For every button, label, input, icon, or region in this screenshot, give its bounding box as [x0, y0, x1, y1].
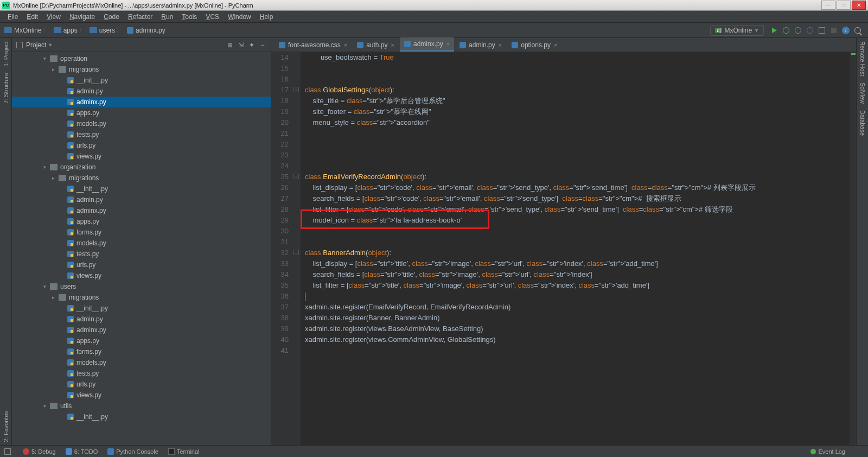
debug-button[interactable]	[782, 26, 790, 35]
breadcrumb-MxOnline[interactable]: MxOnline 〉	[4, 26, 50, 35]
hide-icon[interactable]: −	[259, 41, 266, 49]
close-tab-icon[interactable]: ×	[391, 42, 394, 48]
tree-node-users[interactable]: ▾users	[12, 281, 271, 292]
code-line[interactable]	[305, 128, 850, 139]
code-line[interactable]	[305, 150, 850, 161]
code-line[interactable]: list_display = [class="str">'title', cla…	[305, 258, 850, 269]
settings-icon[interactable]: ✦	[248, 41, 256, 49]
tab-font-awesome-css[interactable]: font-awesome.css×	[275, 39, 352, 52]
todo-tool-tab[interactable]: 6: TODO	[66, 448, 98, 455]
concurrency-button[interactable]	[818, 26, 826, 35]
tree-node-operation[interactable]: ▾operation	[12, 53, 271, 64]
fold-toggle-icon[interactable]: −	[293, 250, 299, 255]
debug-tool-tab[interactable]: 5: Debug	[23, 448, 56, 455]
code-line[interactable]: site_title = class="str">"慕学后台管理系统"	[305, 96, 850, 106]
code-line[interactable]: use_bootswatch = True	[305, 52, 850, 63]
tree-node-__init__-py[interactable]: __init__.py	[12, 303, 271, 314]
tree-node-urls-py[interactable]: urls.py	[12, 259, 271, 270]
menu-vcs[interactable]: VCS	[201, 11, 224, 22]
code-line[interactable]: search_fields = [class="str">'code', cla…	[305, 193, 850, 204]
tree-node-urls-py[interactable]: urls.py	[12, 379, 271, 390]
maximize-button[interactable]: ▭	[837, 1, 851, 10]
remote-host-tab[interactable]: Remote Host	[858, 38, 867, 79]
error-stripe[interactable]	[850, 52, 856, 445]
tree-node-views-py[interactable]: views.py	[12, 151, 271, 162]
close-tab-icon[interactable]: ×	[446, 41, 450, 47]
run-button[interactable]	[770, 26, 778, 35]
tree-node-apps-py[interactable]: apps.py	[12, 107, 271, 118]
menu-window[interactable]: Window	[224, 11, 256, 22]
code-line[interactable]: xadmin.site.register(EmailVerifyRecord, …	[305, 302, 850, 313]
code-line[interactable]: list_filter = [class="str">'title', clas…	[305, 280, 850, 291]
profile-button[interactable]	[806, 26, 814, 35]
code-line[interactable]: model_icon = class="str">'fa fa-address-…	[305, 215, 850, 226]
tree-node-admin-py[interactable]: admin.py	[12, 314, 271, 325]
code-line[interactable]: site_footer = class="str">"慕学在线网"	[305, 106, 850, 117]
code-line[interactable]: class BannerAdmin(object):	[305, 247, 850, 258]
minimize-button[interactable]: —	[821, 1, 835, 10]
tree-node-admin-py[interactable]: admin.py	[12, 86, 271, 97]
tab-admin-py[interactable]: admin.py×	[455, 39, 506, 52]
fold-toggle-icon[interactable]: −	[293, 174, 299, 179]
code-line[interactable]	[305, 237, 850, 247]
tree-node-organization[interactable]: ▾organization	[12, 162, 271, 173]
terminal-tab[interactable]: Terminal	[168, 448, 200, 455]
menu-edit[interactable]: Edit	[22, 11, 42, 22]
menu-help[interactable]: Help	[256, 11, 278, 22]
tab-auth-py[interactable]: auth.py×	[353, 39, 399, 52]
code-content[interactable]: use_bootswatch = Trueclass GlobalSetting…	[301, 52, 850, 445]
code-line[interactable]: list_filter = [class="str">'code', class…	[305, 204, 850, 215]
tree-node-apps-py[interactable]: apps.py	[12, 335, 271, 346]
menu-navigate[interactable]: Navigate	[65, 11, 99, 22]
breadcrumb-adminx-py[interactable]: adminx.py	[127, 26, 165, 35]
close-tab-icon[interactable]: ×	[499, 42, 502, 48]
structure-tool-tab[interactable]: 7: Structure	[2, 69, 10, 107]
code-line[interactable]: class GlobalSettings(object):	[305, 85, 850, 96]
code-line[interactable]	[305, 291, 850, 302]
tree-node-views-py[interactable]: views.py	[12, 270, 271, 281]
tree-node-forms-py[interactable]: forms.py	[12, 227, 271, 238]
tab-options-py[interactable]: options.py×	[507, 39, 561, 52]
tree-node-__init__-py[interactable]: __init__.py	[12, 411, 271, 422]
project-tool-tab[interactable]: 1: Project	[2, 38, 10, 69]
code-line[interactable]	[305, 74, 850, 85]
code-line[interactable]: class EmailVerifyRecordAdmin(object):	[305, 172, 850, 182]
scope-dropdown-icon[interactable]: ▼	[48, 42, 53, 48]
project-scope-icon[interactable]	[16, 42, 23, 48]
menu-view[interactable]: View	[42, 11, 65, 22]
favorites-tool-tab[interactable]: 2: Favorites	[2, 408, 10, 445]
update-button[interactable]: ↓	[841, 26, 850, 35]
tree-node-__init__-py[interactable]: __init__.py	[12, 183, 271, 194]
tree-node-adminx-py[interactable]: adminx.py	[12, 325, 271, 335]
tree-node-tests-py[interactable]: tests.py	[12, 368, 271, 379]
menu-code[interactable]: Code	[99, 11, 124, 22]
breadcrumb-apps[interactable]: apps 〉	[54, 26, 86, 35]
code-line[interactable]	[305, 161, 850, 172]
tree-node-migrations[interactable]: ▸migrations	[12, 292, 271, 303]
code-line[interactable]: xadmin.site.register(Banner, BannerAdmin…	[305, 313, 850, 323]
code-editor[interactable]: 1415161718192021222324252627282930313233…	[271, 52, 856, 445]
menu-tools[interactable]: Tools	[177, 11, 201, 22]
collapse-icon[interactable]: ⇲	[237, 41, 245, 49]
code-line[interactable]: search_fields = [class="str">'title', cl…	[305, 269, 850, 280]
code-line[interactable]	[305, 139, 850, 150]
tree-node-models-py[interactable]: models.py	[12, 238, 271, 249]
search-button[interactable]	[853, 26, 862, 35]
tree-node-migrations[interactable]: ▸migrations	[12, 64, 271, 75]
tree-node-models-py[interactable]: models.py	[12, 118, 271, 129]
tree-node-tests-py[interactable]: tests.py	[12, 129, 271, 140]
menu-run[interactable]: Run	[157, 11, 177, 22]
tree-node-forms-py[interactable]: forms.py	[12, 346, 271, 357]
fold-toggle-icon[interactable]: −	[293, 87, 299, 92]
code-line[interactable]: xadmin.site.register(views.BaseAdminView…	[305, 323, 850, 334]
tree-node-adminx-py[interactable]: adminx.py	[12, 97, 271, 107]
tree-node-views-py[interactable]: views.py	[12, 390, 271, 401]
tree-node-__init__-py[interactable]: __init__.py	[12, 75, 271, 86]
stop-button[interactable]	[829, 26, 838, 35]
menu-file[interactable]: File	[3, 11, 22, 22]
tree-node-adminx-py[interactable]: adminx.py	[12, 205, 271, 216]
code-line[interactable]: list_display = [class="str">'code', clas…	[305, 182, 850, 193]
locate-icon[interactable]: ⊕	[226, 41, 234, 49]
close-button[interactable]: ✕	[852, 1, 866, 10]
close-tab-icon[interactable]: ×	[554, 42, 557, 48]
